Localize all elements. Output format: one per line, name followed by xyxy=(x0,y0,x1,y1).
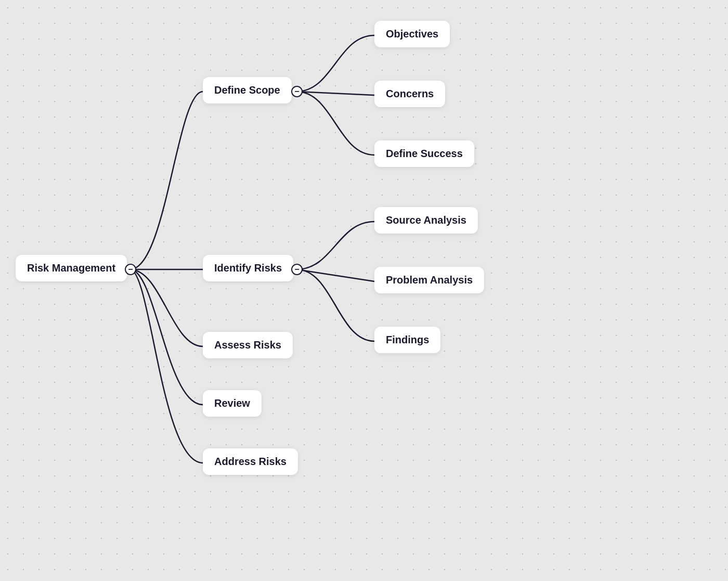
node-risk-management[interactable]: Risk Management xyxy=(16,255,127,281)
collapse-btn-identify-risks[interactable] xyxy=(291,264,303,275)
node-problem-analysis[interactable]: Problem Analysis xyxy=(374,267,484,293)
mindmap-container: Risk Management Define Scope Identify Ri… xyxy=(0,0,728,581)
node-concerns[interactable]: Concerns xyxy=(374,81,445,107)
node-findings[interactable]: Findings xyxy=(374,327,440,353)
node-address-risks[interactable]: Address Risks xyxy=(203,448,298,475)
node-define-scope[interactable]: Define Scope xyxy=(203,77,292,104)
connections-svg xyxy=(0,0,728,581)
collapse-btn-define-scope[interactable] xyxy=(291,86,303,97)
node-source-analysis[interactable]: Source Analysis xyxy=(374,207,478,234)
node-assess-risks[interactable]: Assess Risks xyxy=(203,332,293,358)
node-identify-risks[interactable]: Identify Risks xyxy=(203,255,293,281)
node-objectives[interactable]: Objectives xyxy=(374,21,450,47)
collapse-btn-risk-management[interactable] xyxy=(125,264,136,275)
node-review[interactable]: Review xyxy=(203,390,262,417)
node-define-success[interactable]: Define Success xyxy=(374,140,474,167)
